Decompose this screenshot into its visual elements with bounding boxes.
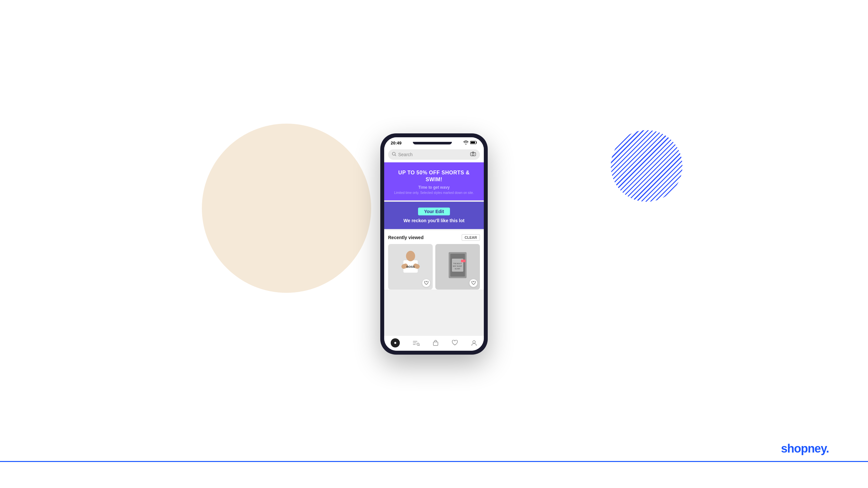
product2-image: THE MULTI WAY SLEEP SCARF bbox=[435, 244, 480, 290]
product-item-1[interactable]: BOSS BOSS t-shirt in white bbox=[388, 244, 433, 290]
search-left: Search bbox=[392, 152, 412, 157]
search-bar[interactable]: Search bbox=[388, 149, 480, 160]
recently-viewed-section: Recently viewed CLEAR bbox=[384, 230, 484, 290]
search-bar-container: Search bbox=[384, 147, 484, 162]
banner2-text: We reckon you'll like this lot bbox=[391, 218, 477, 223]
nav-item-search[interactable] bbox=[412, 340, 420, 346]
banner1-fine-print: Limited time only. Selected styles marke… bbox=[391, 191, 477, 195]
product1-wishlist-button[interactable] bbox=[422, 279, 430, 287]
nav-item-account[interactable] bbox=[471, 340, 477, 346]
wifi-icon bbox=[463, 140, 468, 145]
nav-item-home[interactable] bbox=[391, 338, 400, 348]
svg-text:SCARF: SCARF bbox=[455, 268, 460, 270]
bottom-nav bbox=[384, 335, 484, 351]
nav-item-wishlist[interactable] bbox=[452, 340, 458, 346]
svg-point-5 bbox=[472, 153, 474, 155]
background-circle bbox=[202, 124, 371, 293]
banner1-title: UP TO 50% OFF SHORTS & SWIM! bbox=[391, 169, 477, 183]
svg-text:THE MULTI: THE MULTI bbox=[453, 263, 462, 264]
product2-wishlist-button[interactable] bbox=[469, 279, 477, 287]
promo-banner-1[interactable]: UP TO 50% OFF SHORTS & SWIM! Time to get… bbox=[384, 162, 484, 200]
svg-text:BOSS: BOSS bbox=[406, 265, 415, 268]
recently-viewed-title: Recently viewed bbox=[388, 235, 424, 240]
svg-rect-25 bbox=[433, 342, 438, 346]
account-icon bbox=[471, 340, 477, 346]
clear-button[interactable]: CLEAR bbox=[462, 234, 480, 241]
phone-frame: 20:49 bbox=[380, 133, 488, 355]
svg-line-24 bbox=[419, 345, 420, 346]
phone-screen: 20:49 bbox=[384, 137, 484, 351]
svg-text:WAY SLEEP: WAY SLEEP bbox=[453, 265, 462, 267]
background-striped-circle bbox=[611, 130, 682, 202]
nav-search-icon bbox=[412, 340, 420, 346]
recently-viewed-header: Recently viewed CLEAR bbox=[388, 234, 480, 241]
svg-rect-1 bbox=[471, 141, 475, 143]
home-icon bbox=[391, 338, 400, 348]
wishlist-icon bbox=[452, 340, 458, 346]
promo-banner-2[interactable]: Your Edit We reckon you'll like this lot bbox=[384, 202, 484, 229]
scroll-content[interactable]: UP TO 50% OFF SHORTS & SWIM! Time to get… bbox=[384, 162, 484, 335]
camera-icon[interactable] bbox=[470, 152, 476, 158]
svg-point-19 bbox=[394, 342, 396, 344]
bag-icon bbox=[432, 340, 439, 346]
product1-image: BOSS bbox=[388, 244, 433, 290]
notch bbox=[413, 142, 452, 144]
status-bar: 20:49 bbox=[384, 137, 484, 147]
svg-rect-18 bbox=[461, 260, 466, 262]
search-placeholder: Search bbox=[398, 152, 412, 157]
search-icon bbox=[392, 152, 396, 157]
banner2-tag: Your Edit bbox=[418, 207, 450, 215]
product-item-2[interactable]: THE MULTI WAY SLEEP SCARF Ki bbox=[435, 244, 480, 290]
svg-line-3 bbox=[395, 155, 396, 156]
nav-item-bag[interactable] bbox=[432, 340, 439, 346]
svg-point-26 bbox=[473, 340, 475, 343]
recently-viewed-grid: BOSS BOSS t-shirt in white bbox=[388, 244, 480, 290]
bottom-decorative-line bbox=[0, 461, 868, 462]
svg-point-10 bbox=[406, 251, 415, 261]
status-time: 20:49 bbox=[391, 140, 401, 145]
shopney-logo: shopney. bbox=[781, 442, 829, 455]
battery-icon bbox=[470, 140, 477, 145]
status-icons bbox=[463, 140, 477, 145]
banner1-subtitle: Time to get wavy bbox=[391, 185, 477, 190]
